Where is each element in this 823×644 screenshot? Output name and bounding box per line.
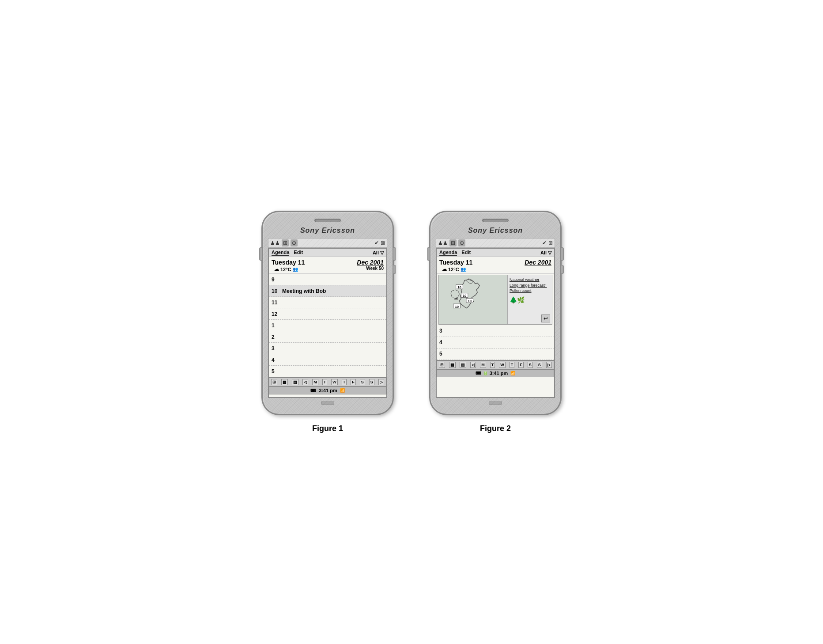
music-icon[interactable]: ⊙ [291, 239, 298, 246]
nav-sun-fig2[interactable]: S [537, 362, 542, 368]
date-right-fig1: Dec 2001 Week 50 [357, 259, 384, 271]
phone-brand-fig2: Sony Ericsson [436, 227, 555, 235]
nav-sat[interactable]: S [360, 379, 365, 385]
phone-figure1: Sony Ericsson ♟♟ ⊞ ⊙ ✔ ⊠ Agenda [261, 211, 394, 415]
time-slot-9: 9 [269, 274, 386, 285]
battery-icon: 🔋 [483, 371, 488, 375]
nav-tue-fig2[interactable]: T [490, 362, 495, 368]
time-5-fig2: 5 [439, 351, 448, 357]
check-icon-fig2[interactable]: ✔ [542, 240, 547, 246]
top-icon-bar-fig1: ♟♟ ⊞ ⊙ ✔ ⊠ [268, 238, 387, 248]
plant-icons: 🌲🌿 [510, 295, 550, 305]
nav-thu-fig2[interactable]: T [510, 362, 515, 368]
menu-all-fig2[interactable]: All ▽ [540, 250, 551, 256]
nav-grid1-icon[interactable]: ▦ [281, 379, 288, 385]
time-slot-3: 3 [269, 343, 386, 354]
nav-thu[interactable]: T [342, 379, 347, 385]
nav-fri-fig2[interactable]: F [518, 362, 524, 368]
time-3: 3 [272, 345, 280, 352]
nav-next-icon-fig2[interactable]: ▷ [546, 362, 552, 368]
signal-icon: 📶 [340, 388, 345, 393]
wx-link-national[interactable]: National weather [510, 277, 550, 283]
time-slot-12: 12 [269, 308, 386, 320]
time-slot-4-fig2: 4 [437, 337, 554, 349]
close-icon[interactable]: ⊠ [381, 240, 385, 246]
temp-text-fig1: 12°C [280, 267, 291, 272]
figure1-label: Figure 1 [312, 424, 343, 433]
nav-prev-icon-fig2[interactable]: ◁ [470, 362, 476, 368]
menu-edit[interactable]: Edit [294, 250, 303, 256]
icon-group-left: ♟♟ ⊞ ⊙ [270, 239, 298, 246]
time-slot-11: 11 [269, 297, 386, 308]
phone-screen-fig2: Agenda Edit All ▽ Tuesday 11 ☁ 12°C 👥 [436, 248, 555, 398]
wx-link-pollen[interactable]: Pollen count [510, 288, 550, 294]
nav-list-icon[interactable]: ⊞ [271, 379, 277, 385]
wx-link-longrange[interactable]: Long range forecast↑ [510, 283, 550, 288]
map-svg: ☁ ☁ ☁ ☁ 10 10 10 10 [439, 275, 507, 324]
nav-grid1-icon-fig2[interactable]: ▦ [449, 362, 456, 368]
menu-all[interactable]: All ▽ [373, 250, 384, 256]
nav-mon-fig2[interactable]: M [480, 362, 486, 368]
day-label-fig2: Tuesday 11 [439, 259, 472, 266]
date-row-fig2: Tuesday 11 ☁ 12°C 👥 Dec 2001 [437, 257, 554, 274]
time-slots-fig2: 3 4 5 [437, 326, 554, 360]
svg-text:10: 10 [455, 305, 459, 309]
nav-tue[interactable]: T [322, 379, 328, 385]
time-slot-3-fig2: 3 [437, 326, 554, 337]
weather-widget-fig2[interactable]: ☁ ☁ ☁ ☁ 10 10 10 10 [438, 275, 552, 325]
svg-text:10: 10 [457, 285, 461, 289]
weather-map: ☁ ☁ ☁ ☁ 10 10 10 10 [439, 275, 508, 324]
nav-mon[interactable]: M [312, 379, 318, 385]
weather-scroll-btn[interactable]: ↩ [541, 314, 550, 322]
icon-group-right-fig2: ✔ ⊠ [542, 240, 553, 246]
time-4-fig2: 4 [439, 339, 448, 345]
status-bar-fig2: ⌨ 🔋 3:41 pm 📶 [437, 369, 554, 377]
svg-text:10: 10 [468, 299, 472, 303]
time-slot-4: 4 [269, 354, 386, 366]
weather-icon: ☁ [274, 266, 279, 272]
close-icon-fig2[interactable]: ⊠ [548, 240, 553, 246]
nav-fri[interactable]: F [351, 379, 356, 385]
time-slot-2: 2 [269, 331, 386, 343]
nav-grid2-icon[interactable]: ▤ [292, 379, 298, 385]
status-time-fig1: 3:41 pm [319, 388, 337, 393]
menu-agenda[interactable]: Agenda [272, 250, 289, 256]
music-icon-fig2[interactable]: ⊙ [458, 239, 465, 246]
time-12: 12 [272, 311, 280, 317]
page-container: Sony Ericsson ♟♟ ⊞ ⊙ ✔ ⊠ Agenda [261, 211, 562, 433]
nav-list-icon-fig2[interactable]: ⊞ [439, 362, 445, 368]
calendar-icon[interactable]: ⊞ [282, 239, 289, 246]
phone-brand-fig1: Sony Ericsson [268, 227, 387, 235]
phone-side-button-right2-fig2 [561, 265, 564, 274]
phone-antenna-fig2 [489, 402, 502, 405]
check-icon[interactable]: ✔ [374, 240, 379, 246]
bottom-nav-fig2: ⊞ ▦ ▤ ◁ M T W T F S S ▷ [437, 360, 554, 369]
phone-side-button-right1 [393, 247, 396, 261]
calendar-icon-fig2[interactable]: ⊞ [449, 239, 457, 246]
nav-sat-fig2[interactable]: S [528, 362, 533, 368]
phone-bottom-fig2 [436, 398, 555, 405]
menu-agenda-fig2[interactable]: Agenda [439, 250, 457, 256]
date-week-fig1: Week 50 [357, 266, 384, 271]
nav-wed[interactable]: W [331, 379, 338, 385]
time-10: 10 [272, 288, 280, 294]
nav-grid2-icon-fig2[interactable]: ▤ [460, 362, 466, 368]
phone-figure2: Sony Ericsson ♟♟ ⊞ ⊙ ✔ ⊠ Agenda [429, 211, 562, 415]
screen-menu-bar-fig2: Agenda Edit All ▽ [437, 249, 554, 257]
time-9: 9 [272, 277, 280, 283]
contacts-icon-fig2[interactable]: ♟♟ [438, 240, 448, 246]
people-icon-fig2: 👥 [461, 267, 466, 272]
nav-sun[interactable]: S [369, 379, 374, 385]
date-month-fig2: Dec 2001 [525, 259, 551, 266]
menu-edit-fig2[interactable]: Edit [461, 250, 471, 256]
svg-text:10: 10 [463, 294, 467, 298]
contacts-icon[interactable]: ♟♟ [270, 240, 280, 246]
time-4: 4 [272, 357, 280, 363]
nav-next-icon[interactable]: ▷ [378, 379, 384, 385]
icon-group-right: ✔ ⊠ [374, 240, 385, 246]
nav-prev-icon[interactable]: ◁ [302, 379, 308, 385]
nav-wed-fig2[interactable]: W [499, 362, 506, 368]
time-slot-10[interactable]: 10 Meeting with Bob [269, 285, 386, 297]
date-day-fig2: Tuesday 11 ☁ 12°C 👥 [439, 259, 472, 273]
time-5: 5 [272, 368, 280, 375]
